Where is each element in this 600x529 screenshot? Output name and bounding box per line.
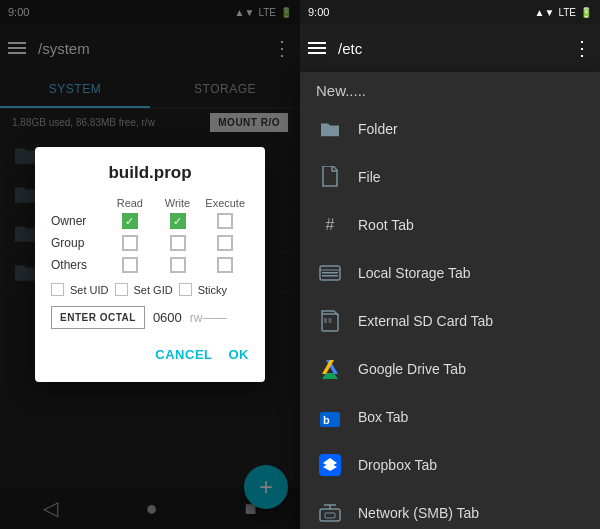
- folder-menu-icon: [316, 115, 344, 143]
- external-sd-label: External SD Card Tab: [358, 313, 493, 329]
- more-button-right[interactable]: ⋮: [572, 36, 592, 60]
- folder-label: Folder: [358, 121, 398, 137]
- setuid-label: Set UID: [70, 284, 109, 296]
- dialog-actions: CANCEL OK: [51, 343, 249, 366]
- setgid-checkbox[interactable]: [115, 283, 128, 296]
- setgid-label: Set GID: [134, 284, 173, 296]
- network-smb-icon: [316, 499, 344, 527]
- perm-label-group: Group: [51, 236, 106, 250]
- perm-row-group: Group: [51, 235, 249, 251]
- sticky-checkbox[interactable]: [179, 283, 192, 296]
- others-write-checkbox[interactable]: [170, 257, 186, 273]
- menu-item-network-smb-tab[interactable]: Network (SMB) Tab: [300, 489, 600, 529]
- root-tab-label: Root Tab: [358, 217, 414, 233]
- perm-row-others: Others: [51, 257, 249, 273]
- svg-rect-6: [329, 318, 332, 323]
- octal-value: 0600: [153, 310, 182, 325]
- perm-header-read: Read: [106, 197, 154, 209]
- permissions-table: Read Write Execute Owner Group: [51, 197, 249, 273]
- perm-label-owner: Owner: [51, 214, 106, 228]
- octal-rw-text: rw——: [190, 311, 227, 325]
- root-tab-icon: #: [316, 211, 344, 239]
- owner-write-checkbox[interactable]: [170, 213, 186, 229]
- svg-rect-16: [320, 509, 340, 521]
- box-label: Box Tab: [358, 409, 408, 425]
- lte-label-right: LTE: [558, 7, 576, 18]
- perm-header-row: Read Write Execute: [51, 197, 249, 213]
- menu-item-folder[interactable]: Folder: [300, 105, 600, 153]
- menu-item-root-tab[interactable]: # Root Tab: [300, 201, 600, 249]
- box-icon: b: [316, 403, 344, 431]
- owner-execute-checkbox[interactable]: [217, 213, 233, 229]
- menu-item-dropbox-tab[interactable]: Dropbox Tab: [300, 441, 600, 489]
- perm-label-others: Others: [51, 258, 106, 272]
- perm-header-execute: Execute: [201, 197, 249, 209]
- ok-button[interactable]: OK: [229, 343, 250, 366]
- external-sd-icon: [316, 307, 344, 335]
- cancel-button[interactable]: CANCEL: [155, 343, 212, 366]
- network-smb-label: Network (SMB) Tab: [358, 505, 479, 521]
- local-storage-label: Local Storage Tab: [358, 265, 471, 281]
- others-read-checkbox[interactable]: [122, 257, 138, 273]
- dropbox-label: Dropbox Tab: [358, 457, 437, 473]
- file-label: File: [358, 169, 381, 185]
- svg-rect-5: [324, 318, 327, 323]
- menu-item-box-tab[interactable]: b Box Tab: [300, 393, 600, 441]
- svg-rect-3: [322, 275, 338, 277]
- dropdown-menu: New..... Folder File # Root Tab: [300, 72, 600, 529]
- time-right: 9:00: [308, 6, 329, 18]
- enter-octal-button[interactable]: ENTER OCTAL: [51, 306, 145, 329]
- right-panel: 9:00 ▲▼ LTE 🔋 /etc ⋮ ETC STORAGE New....…: [300, 0, 600, 529]
- status-bar-right: 9:00 ▲▼ LTE 🔋: [300, 0, 600, 24]
- perm-row-owner: Owner: [51, 213, 249, 229]
- svg-rect-17: [325, 513, 335, 518]
- group-execute-checkbox[interactable]: [217, 235, 233, 251]
- dropbox-icon: [316, 451, 344, 479]
- dialog-overlay: build.prop Read Write Execute Owner Grou…: [0, 0, 300, 529]
- signal-icon-right: ▲▼: [535, 7, 555, 18]
- menu-item-external-sd-tab[interactable]: External SD Card Tab: [300, 297, 600, 345]
- menu-item-local-storage-tab[interactable]: Local Storage Tab: [300, 249, 600, 297]
- perm-header-write: Write: [154, 197, 202, 209]
- svg-rect-2: [322, 272, 338, 274]
- others-execute-checkbox[interactable]: [217, 257, 233, 273]
- path-right: /etc: [338, 40, 362, 57]
- battery-icon-right: 🔋: [580, 7, 592, 18]
- menu-item-file[interactable]: File: [300, 153, 600, 201]
- svg-text:b: b: [323, 414, 330, 426]
- dialog-title: build.prop: [51, 163, 249, 183]
- top-bar-right: /etc ⋮: [300, 24, 600, 72]
- octal-row: ENTER OCTAL 0600 rw——: [51, 306, 249, 329]
- file-menu-icon: [316, 163, 344, 191]
- google-drive-icon: [316, 355, 344, 383]
- owner-read-checkbox[interactable]: [122, 213, 138, 229]
- setuid-checkbox[interactable]: [51, 283, 64, 296]
- sticky-label: Sticky: [198, 284, 227, 296]
- permissions-dialog: build.prop Read Write Execute Owner Grou…: [35, 147, 265, 382]
- local-storage-icon: [316, 259, 344, 287]
- google-drive-label: Google Drive Tab: [358, 361, 466, 377]
- left-panel: 9:00 ▲▼ LTE 🔋 /system ⋮ SYSTEM STORAGE 1…: [0, 0, 300, 529]
- menu-header: New.....: [300, 72, 600, 105]
- group-read-checkbox[interactable]: [122, 235, 138, 251]
- special-permissions-row: Set UID Set GID Sticky: [51, 283, 249, 296]
- hamburger-menu-right[interactable]: [308, 42, 326, 54]
- group-write-checkbox[interactable]: [170, 235, 186, 251]
- menu-item-google-drive-tab[interactable]: Google Drive Tab: [300, 345, 600, 393]
